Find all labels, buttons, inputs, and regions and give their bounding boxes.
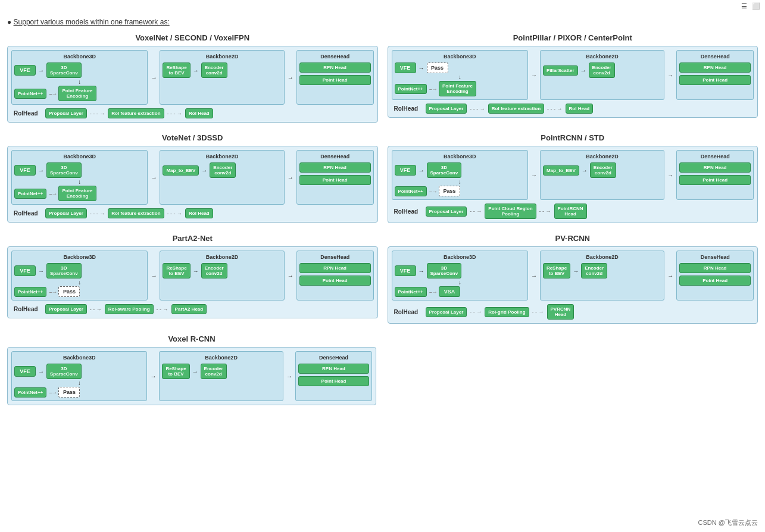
parta2-diagram: Backbone3D VFE → 3DSparseConv ↓ PointNet… <box>7 246 378 318</box>
arrow-b3d-b2d-1: → <box>150 50 157 105</box>
node-proposal-pa: Proposal Layer <box>45 304 87 314</box>
node-pointnet-pp: PointNet++ <box>395 84 427 94</box>
pv-b3d-label: Backbone3D <box>395 254 525 260</box>
node-sparseconv-pa: 3DSparseConv <box>46 263 82 278</box>
pp-backbone2d: Backbone2D PillarScatter → Encoderconv2d <box>540 50 664 100</box>
pv-densehead: DenseHead RPN Head Point Head <box>676 251 754 301</box>
diagram-row-4: Voxel R-CNN Backbone3D VFE → 3DSparseCon… <box>7 334 758 405</box>
votenet-title: VoteNet / 3DSSD <box>162 133 223 142</box>
pp-b3d-row1: VFE → Pass <box>395 62 525 73</box>
node-pointnet-pv: PointNet++ <box>395 287 427 297</box>
votenet-panels: Backbone3D VFE → 3DSparseConv ↓ PointNet… <box>11 150 374 205</box>
pa-b3d-label: Backbone3D <box>14 254 145 260</box>
voxelrcnn-title: Voxel R-CNN <box>168 334 215 343</box>
node-reshape-pa: ReShapeto BEV <box>163 263 190 278</box>
vr-dense-label: DenseHead <box>298 355 369 361</box>
node-encoder-vr: Encoderconv2d <box>201 364 227 379</box>
pvrcnn-title: PV-RCNN <box>555 234 590 243</box>
diagram-row-1: VoxelNet / SECOND / VoxelFPN Backbone3D … <box>7 33 758 123</box>
page-content: ● Support various models within one fram… <box>0 12 765 417</box>
pointpillar-title: PointPillar / PIXOR / CenterPoint <box>513 33 632 42</box>
pr-b3d-row1: VFE → 3DSparseConv <box>395 162 525 178</box>
menu-icon[interactable]: ☰ <box>741 2 747 10</box>
pp-b2d-label: Backbone2D <box>543 54 661 60</box>
node-proposal-pv: Proposal Layer <box>426 307 467 317</box>
node-pcregion-pr: Point Cloud RegionPooling <box>485 204 536 219</box>
vr-b3d-row1: VFE → 3DSparseConv <box>14 364 144 379</box>
node-encoder-pv: Encoderconv2d <box>581 263 607 278</box>
vr-b3d-row2: PointNet++ - - → Pass <box>14 387 144 398</box>
parta2-section: PartA2-Net Backbone3D VFE → 3DSparseConv… <box>7 234 378 324</box>
pp-roi-label: RoIHead <box>394 105 423 112</box>
voxelnet-densehead: DenseHead RPN Head Point Head <box>296 50 374 105</box>
diagrams-grid: VoxelNet / SECOND / VoxelFPN Backbone3D … <box>7 33 758 405</box>
pp-b2d-row1: PillarScatter → Encoderconv2d <box>543 62 661 78</box>
node-pvrcnnhead-pv: PVRCNNHead <box>547 304 574 320</box>
pr-b2d-row1: Map_to_BEV → Encoderconv2d <box>543 162 661 178</box>
node-point-pv: Point Head <box>679 276 751 286</box>
pa-b2d-label: Backbone2D <box>163 254 281 260</box>
node-vsa-pv: VSA <box>439 286 460 297</box>
voxelnet-roi-strip: RoIHead Proposal Layer - - - → RoI featu… <box>11 108 374 118</box>
diagram-row-3: PartA2-Net Backbone3D VFE → 3DSparseConv… <box>7 234 758 324</box>
node-parta2head-pa: PartA2 Head <box>171 304 207 314</box>
support-text: ● Support various models within one fram… <box>7 18 758 26</box>
pointrcnn-title: PointRCNN / STD <box>541 133 604 142</box>
pv-b3d-row2: PointNet++ - - → VSA <box>395 286 525 297</box>
node-rpn-pp: RPN Head <box>679 62 751 73</box>
node-maptobev-vn: Map_to_BEV <box>163 165 199 176</box>
node-encoder-vn: Encoderconv2d <box>210 162 236 178</box>
node-encoder-pr: Encoderconv2d <box>590 162 616 178</box>
vr-backbone3d: Backbone3D VFE → 3DSparseConv ↓ PointNet… <box>11 351 147 401</box>
pointrcnn-diagram: Backbone3D VFE → 3DSparseConv ↓ PointNet… <box>388 146 758 223</box>
node-point-pr: Point Head <box>679 175 751 185</box>
node-vfe-pp: VFE <box>395 62 416 73</box>
vn-backbone3d: Backbone3D VFE → 3DSparseConv ↓ PointNet… <box>11 150 148 205</box>
pvrcnn-diagram: Backbone3D VFE → 3DSparseConv ↓ PointNet… <box>388 246 758 324</box>
node-reshape-pv: ReShapeto BEV <box>543 263 570 278</box>
voxelrcnn-section: Voxel R-CNN Backbone3D VFE → 3DSparseCon… <box>7 334 376 405</box>
node-rpn-pa: RPN Head <box>299 263 371 273</box>
node-sparseconv-pv: 3DSparseConv <box>427 263 462 278</box>
voxelnet-diagram: Backbone3D VFE → 3DSparseConv ↓ PointNet… <box>7 46 378 123</box>
vr-backbone2d: Backbone2D ReShapeto BEV → Encoderconv2d <box>159 351 283 401</box>
voxelnet-b3d-row2: PointNet++ - - → Point FeatureEncoding <box>14 86 145 101</box>
top-bar: ☰ ⬜ <box>736 0 765 12</box>
pa-densehead: DenseHead RPN Head Point Head <box>296 251 374 301</box>
node-pointnet-1: PointNet++ <box>14 89 46 99</box>
pa-b3d-row1: VFE → 3DSparseConv <box>14 263 145 278</box>
node-roigrid-pv: RoI-grid Pooling <box>485 307 529 317</box>
vn-b2d-label: Backbone2D <box>163 154 281 159</box>
pp-backbone3d: Backbone3D VFE → Pass ↓ PointNet++ - - →… <box>392 50 528 100</box>
node-vfe-vr: VFE <box>14 366 36 377</box>
pr-b3d-row2: PointNet++ - - → Pass <box>395 186 525 196</box>
voxelnet-b2d-label: Backbone2D <box>163 54 281 60</box>
pv-roi-strip: RoIHead Proposal Layer - - → RoI-grid Po… <box>392 304 754 320</box>
voxelrcnn-panels: Backbone3D VFE → 3DSparseConv ↓ PointNet… <box>11 351 372 401</box>
pointpillar-diagram: Backbone3D VFE → Pass ↓ PointNet++ - - →… <box>388 46 758 118</box>
pp-b3d-row2: PointNet++ - - → Point FeatureEncoding <box>395 81 525 96</box>
node-pass-vr: Pass <box>58 387 80 398</box>
pp-roi-strip: RoIHead Proposal Layer - - - → RoI featu… <box>392 104 754 114</box>
voxelnet-b2d-row1: ReShapeto BEV → Encoderconv2d <box>163 62 281 78</box>
pa-b3d-row2: PointNet++ - - → Pass <box>14 286 145 297</box>
pa-dense-label: DenseHead <box>299 254 371 260</box>
vn-roi-strip: RoIHead Proposal Layer - - - → RoI featu… <box>11 208 374 218</box>
node-pfenc-vn: Point FeatureEncoding <box>58 186 96 201</box>
pv-dense-label: DenseHead <box>679 254 751 260</box>
node-point-pp: Point Head <box>679 75 751 85</box>
node-proposal-pr: Proposal Layer <box>426 206 467 217</box>
pa-backbone3d: Backbone3D VFE → 3DSparseConv ↓ PointNet… <box>11 251 148 301</box>
node-encoder-pp: Encoderconv2d <box>589 62 615 78</box>
vn-b2d-row1: Map_to_BEV → Encoderconv2d <box>163 162 281 178</box>
node-sparseconv-vr: 3DSparseConv <box>46 364 82 379</box>
node-rpn-vn: RPN Head <box>299 162 371 173</box>
node-rpn-vr: RPN Head <box>298 364 369 374</box>
node-rpn-1: RPN Head <box>299 62 371 73</box>
pr-backbone3d: Backbone3D VFE → 3DSparseConv ↓ PointNet… <box>392 150 528 200</box>
node-proposal-pp: Proposal Layer <box>426 104 467 114</box>
node-pass-pr: Pass <box>439 186 460 196</box>
pvrcnn-panels: Backbone3D VFE → 3DSparseConv ↓ PointNet… <box>392 251 754 301</box>
node-point-pa: Point Head <box>299 276 371 286</box>
expand-icon[interactable]: ⬜ <box>752 2 760 10</box>
